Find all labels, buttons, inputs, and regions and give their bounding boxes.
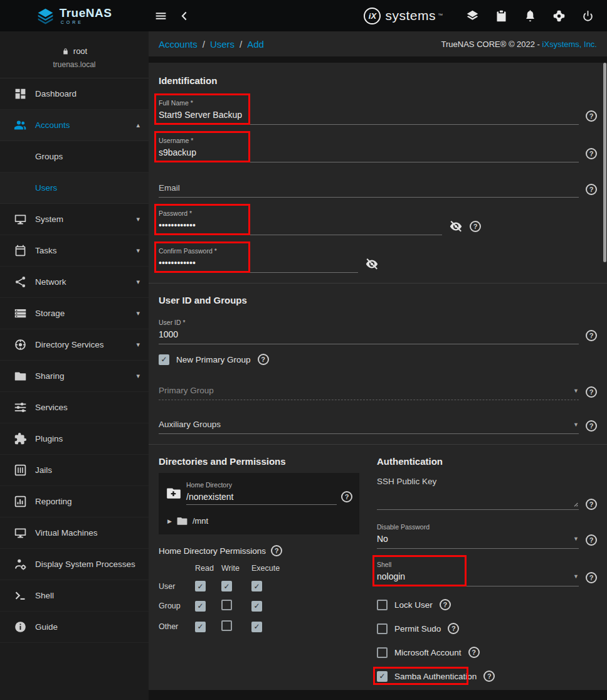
resize-handle-icon[interactable] (570, 499, 579, 507)
confirm-password-input[interactable]: •••••••••••• (159, 255, 358, 273)
disable-password-select[interactable]: No (377, 531, 579, 549)
group-write-checkbox[interactable] (221, 600, 232, 610)
sidebar-item-accounts[interactable]: Accounts (0, 110, 149, 141)
logo-subtitle: CORE (61, 20, 112, 24)
settings-button[interactable] (547, 4, 571, 28)
help-icon[interactable] (586, 184, 597, 195)
help-icon[interactable] (586, 110, 597, 122)
breadcrumb-accounts[interactable]: Accounts (159, 39, 198, 50)
breadcrumb-separator: / (203, 39, 205, 50)
user-write-checkbox[interactable] (221, 581, 232, 591)
help-icon[interactable] (468, 647, 480, 658)
tree-item-mnt[interactable]: /mnt (166, 515, 352, 527)
sidebar-item-label: Sharing (35, 371, 65, 381)
sidebar-item-label: Services (35, 403, 68, 412)
help-icon[interactable] (258, 354, 269, 365)
sidebar-item-jails[interactable]: Jails (0, 455, 149, 486)
section-directories: Directories and Permissions (159, 456, 359, 467)
help-icon[interactable] (586, 420, 597, 432)
logged-in-user: root (73, 46, 87, 56)
sidebar-item-groups[interactable]: Groups (0, 141, 149, 172)
scrollbar-thumb[interactable] (603, 63, 606, 262)
power-icon (581, 9, 594, 23)
group-execute-checkbox[interactable] (251, 601, 262, 612)
storage-icon (14, 307, 27, 320)
email-input[interactable]: Email (159, 181, 579, 198)
help-icon[interactable] (271, 545, 282, 556)
sidebar-item-storage[interactable]: Storage (0, 298, 149, 329)
help-icon[interactable] (483, 671, 495, 682)
help-icon[interactable] (586, 572, 597, 583)
user-id-input[interactable]: 1000 (159, 327, 579, 344)
help-icon[interactable] (586, 534, 597, 546)
sidebar-item-directory-services[interactable]: Directory Services (0, 329, 149, 361)
truenas-logo[interactable]: TrueNAS CORE (0, 7, 149, 24)
ixsystems-link[interactable]: iXsystems, Inc. (542, 40, 597, 49)
folder-add-icon[interactable] (166, 485, 182, 501)
help-icon[interactable] (586, 148, 597, 159)
toggle-password-visibility-button[interactable] (449, 220, 463, 233)
breadcrumb-add[interactable]: Add (247, 39, 264, 50)
sidebar-item-users[interactable]: Users (0, 172, 149, 204)
dashboard-icon (14, 87, 27, 100)
sidebar-item-label: Virtual Machines (35, 528, 98, 538)
sidebar-item-display-system-processes[interactable]: Display System Processes (0, 549, 149, 580)
auxiliary-groups-select[interactable]: Auxiliary Groups (159, 417, 579, 434)
microsoft-account-row: Microsoft Account (377, 647, 597, 658)
user-read-checkbox[interactable] (195, 581, 206, 591)
sliders-icon (14, 401, 27, 414)
section-divider (149, 444, 607, 445)
username-input[interactable]: s9backup (159, 145, 579, 162)
help-icon[interactable] (586, 330, 597, 341)
sidebar-item-system[interactable]: System (0, 204, 149, 235)
menu-button[interactable] (149, 4, 172, 28)
password-input[interactable]: •••••••••••• (159, 218, 442, 235)
topbar: TrueNAS CORE iX systems ™ (0, 0, 607, 31)
samba-authentication-checkbox[interactable] (377, 671, 388, 682)
disable-password-field: Disable Password No (377, 516, 597, 549)
user-panel: root truenas.local (0, 31, 149, 78)
help-icon[interactable] (586, 499, 597, 510)
sidebar-item-plugins[interactable]: Plugins (0, 423, 149, 455)
info-icon (14, 620, 27, 634)
sidebar-item-shell[interactable]: Shell (0, 580, 149, 612)
help-icon[interactable] (341, 491, 352, 502)
sidebar-item-guide[interactable]: Guide (0, 612, 149, 643)
help-icon[interactable] (448, 623, 459, 634)
microsoft-account-checkbox[interactable] (377, 647, 388, 658)
other-write-checkbox[interactable] (221, 620, 232, 631)
dropdown-icon (573, 536, 579, 542)
truecommand-button[interactable] (460, 4, 484, 28)
notifications-button[interactable] (518, 4, 542, 28)
help-icon[interactable] (440, 599, 451, 610)
sidebar-item-reporting[interactable]: Reporting (0, 486, 149, 517)
calendar-icon (14, 244, 27, 257)
help-icon[interactable] (586, 386, 597, 398)
sidebar-item-virtual-machines[interactable]: Virtual Machines (0, 517, 149, 549)
user-execute-checkbox[interactable] (251, 581, 262, 591)
lock-user-checkbox[interactable] (377, 600, 388, 610)
ixsystems-logo[interactable]: iX systems ™ (364, 8, 443, 24)
sidebar-item-dashboard[interactable]: Dashboard (0, 78, 149, 110)
tasks-manager-button[interactable] (489, 4, 513, 28)
back-button[interactable] (172, 4, 196, 28)
full-name-input[interactable]: Start9 Server Backup (159, 107, 579, 125)
breadcrumb-users[interactable]: Users (210, 39, 235, 50)
group-read-checkbox[interactable] (195, 601, 206, 612)
other-read-checkbox[interactable] (195, 622, 206, 632)
permit-sudo-checkbox[interactable] (377, 623, 388, 634)
help-icon[interactable] (470, 221, 481, 232)
sidebar-item-tasks[interactable]: Tasks (0, 235, 149, 267)
sidebar-item-sharing[interactable]: Sharing (0, 361, 149, 392)
other-execute-checkbox[interactable] (251, 622, 262, 632)
truenas-add-user-screen: TrueNAS CORE iX systems ™ root truenas.l (0, 0, 607, 700)
sidebar-item-network[interactable]: Network (0, 267, 149, 298)
expand-arrow-icon[interactable] (167, 518, 172, 524)
shell-select[interactable]: nologin (377, 569, 579, 586)
toggle-confirm-password-visibility-button[interactable] (365, 257, 379, 271)
power-button[interactable] (576, 4, 599, 28)
new-primary-group-checkbox[interactable] (159, 354, 169, 365)
sidebar-item-services[interactable]: Services (0, 392, 149, 423)
home-directory-input[interactable]: /nonexistent (186, 489, 337, 505)
ssh-public-key-textarea[interactable] (377, 486, 579, 510)
